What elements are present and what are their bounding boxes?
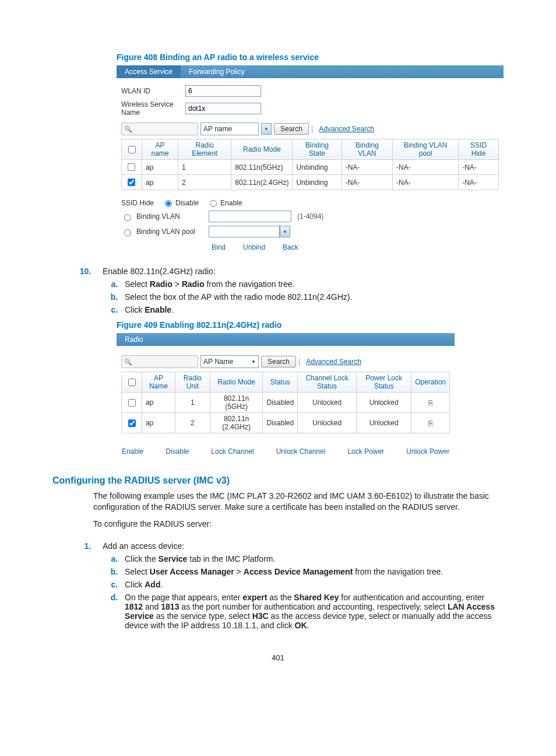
search-text-input[interactable]: 🔍: [121, 355, 198, 368]
col-radio-mode[interactable]: Radio Mode: [210, 372, 263, 393]
panel-tabs: Radio: [117, 333, 455, 346]
bind-button[interactable]: Bind: [212, 243, 226, 251]
enable-button[interactable]: Enable: [122, 447, 143, 456]
search-icon: 🔍: [124, 125, 132, 133]
advanced-search-link[interactable]: Advanced Search: [306, 358, 361, 366]
col-ssid-hide[interactable]: SSID Hide: [459, 139, 499, 160]
tab-access-service[interactable]: Access Service: [117, 65, 181, 78]
step-10b: Select the box of the AP with the radio …: [120, 292, 504, 302]
col-status[interactable]: Status: [263, 372, 298, 393]
ssid-hide-disable-radio[interactable]: [165, 200, 172, 207]
search-field-select[interactable]: AP Name ▼: [200, 355, 259, 368]
chevron-down-icon: ▼: [251, 359, 256, 365]
dropdown-icon[interactable]: ▼: [261, 123, 272, 135]
search-row: 🔍 AP name ▼ Search | Advanced Search: [121, 123, 499, 135]
step-list: Enable 802.11n(2.4GHz) radio: Select Rad…: [52, 267, 504, 314]
search-row: 🔍 AP Name ▼ Search | Advanced Search: [121, 355, 450, 368]
disable-button[interactable]: Disable: [166, 447, 189, 456]
col-ap-name[interactable]: AP name: [142, 139, 178, 160]
header-checkbox[interactable]: [128, 379, 136, 386]
lock-channel-button[interactable]: Lock Channel: [211, 447, 254, 456]
table-row: ap 2 802.11n(2.4GHz) Unbinding -NA- -NA-…: [122, 175, 499, 190]
row-checkbox[interactable]: [128, 178, 135, 186]
row-checkbox[interactable]: [128, 419, 136, 427]
step-list: Add an access device: Click the Service …: [52, 541, 504, 630]
col-radio-mode[interactable]: Radio Mode: [231, 139, 293, 160]
unbind-button[interactable]: Unbind: [243, 243, 265, 251]
col-operation[interactable]: Operation: [411, 372, 450, 393]
binding-vlan-pool-select[interactable]: [209, 226, 280, 237]
unlock-channel-button[interactable]: Unlock Channel: [276, 447, 326, 456]
back-button[interactable]: Back: [283, 243, 298, 251]
step-10c: Click Enable.: [120, 305, 504, 314]
col-radio-unit[interactable]: Radio Unit: [175, 372, 210, 393]
col-binding-vlan-pool[interactable]: Binding VLAN pool: [393, 139, 459, 160]
step-1b: Select User Access Manager > Access Devi…: [120, 567, 504, 576]
figure-caption: Figure 409 Enabling 802.11n(2.4GHz) radi…: [117, 320, 504, 330]
connect-icon[interactable]: ⎘: [428, 419, 433, 428]
tab-forwarding-policy[interactable]: Forwarding Policy: [181, 65, 252, 78]
binding-vlan-radio[interactable]: [124, 214, 131, 221]
panel-tabs: Access Service Forwarding Policy: [117, 65, 504, 78]
wsn-label: Wireless Service Name: [121, 100, 185, 117]
table-row: ap 1 802.11n (5GHz) Disabled Unlocked Un…: [122, 393, 450, 413]
connect-icon[interactable]: ⎘: [428, 398, 433, 407]
section-heading: Configuring the RADIUS server (IMC v3): [52, 475, 504, 486]
binding-vlan-hint: (1-4094): [297, 212, 323, 220]
step-1: Add an access device: Click the Service …: [93, 541, 504, 630]
step-10a: Select Radio > Radio from the navigation…: [120, 279, 504, 289]
col-power-lock[interactable]: Power Lock Status: [357, 372, 411, 393]
col-channel-lock[interactable]: Channel Lock Status: [298, 372, 357, 393]
row-checkbox[interactable]: [128, 163, 135, 171]
search-icon: 🔍: [124, 358, 132, 366]
radio-table: AP Name Radio Unit Radio Mode Status Cha…: [121, 372, 450, 433]
page-number: 401: [52, 653, 504, 662]
advanced-search-link[interactable]: Advanced Search: [319, 125, 374, 133]
chevron-down-icon[interactable]: ▼: [280, 226, 290, 237]
unlock-power-button[interactable]: Unlock Power: [406, 447, 449, 456]
search-button[interactable]: Search: [261, 356, 296, 368]
ssid-hide-enable-radio[interactable]: [210, 200, 217, 207]
ap-binding-table: AP name Radio Element Radio Mode Binding…: [121, 139, 499, 190]
paragraph: To configure the RADIUS server:: [93, 519, 504, 530]
tab-radio[interactable]: Radio: [117, 333, 151, 346]
paragraph: The following example uses the IMC (IMC …: [93, 491, 504, 513]
table-row: ap 1 802.11n(5GHz) Unbinding -NA- -NA- -…: [122, 160, 499, 175]
figure-408-panel: Access Service Forwarding Policy WLAN ID…: [117, 65, 504, 255]
step-1a: Click the Service tab in the IMC Platfor…: [120, 554, 504, 564]
search-field-select[interactable]: AP name: [200, 123, 259, 135]
figure-caption: Figure 408 Binding an AP radio to a wire…: [117, 52, 504, 62]
col-binding-state[interactable]: Binding State: [293, 139, 342, 160]
wlan-id-label: WLAN ID: [121, 87, 185, 95]
binding-vlan-input[interactable]: [209, 211, 291, 222]
step-1c: Click Add.: [120, 580, 504, 589]
wsn-input[interactable]: [185, 103, 261, 114]
step-10: Enable 802.11n(2.4GHz) radio: Select Rad…: [93, 267, 504, 314]
wlan-id-input[interactable]: [185, 85, 261, 97]
radio-actions: Enable Disable Lock Channel Unlock Chann…: [121, 447, 450, 456]
col-ap-name[interactable]: AP Name: [142, 372, 175, 393]
table-row: ap 2 802.11n (2.4GHz) Disabled Unlocked …: [122, 413, 450, 433]
binding-vlan-pool-radio[interactable]: [124, 229, 131, 236]
lock-power-button[interactable]: Lock Power: [347, 447, 384, 456]
row-checkbox[interactable]: [128, 399, 136, 407]
header-checkbox[interactable]: [128, 146, 136, 153]
ssid-hide-label: SSID Hide: [121, 199, 154, 207]
col-radio-element[interactable]: Radio Element: [178, 139, 231, 160]
step-1d: On the page that appears, enter expert a…: [120, 593, 504, 630]
col-binding-vlan[interactable]: Binding VLAN: [342, 139, 392, 160]
search-text-input[interactable]: 🔍: [121, 123, 198, 135]
search-button[interactable]: Search: [274, 123, 309, 135]
figure-409-panel: Radio 🔍 AP Name ▼ Search | Advanced Sear…: [117, 333, 455, 459]
